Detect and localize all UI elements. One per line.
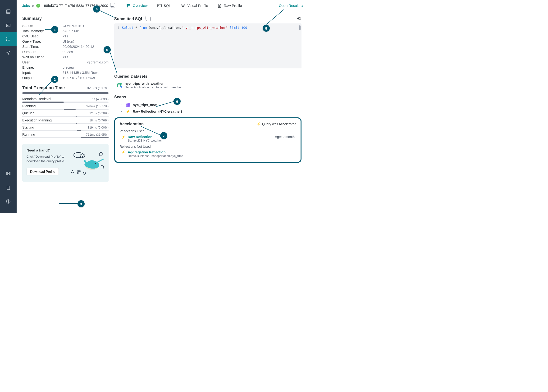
summary-key: Engine: [22,66,63,69]
svg-point-46 [95,163,96,164]
acceleration-badge: ⚡ Query was Accelerated [257,122,296,126]
left-sidebar [0,0,17,213]
exec-phase: Running761ms (31.95%) [22,133,108,138]
sql-editor[interactable]: 1Select * from Demo.Application."nyc_tri… [114,23,302,68]
bolt-icon: ⚡ [121,135,125,139]
list-icon [127,4,131,8]
reflection-age: Age: 2 months [275,135,296,139]
phase-label: Running [22,133,35,136]
apps-icon [6,172,11,176]
reflection-used-item[interactable]: ⚡ Raw Reflection SampleDB.NYC-weather Ag… [121,135,296,142]
svg-point-13 [7,52,9,54]
summary-value: COMPLETED [63,24,84,28]
tab-sql[interactable]: SQL [157,0,171,11]
exec-time-header: Total Execution Time 02.38s (100%) [22,85,108,91]
svg-rect-0 [6,10,10,14]
nav-jobs[interactable] [0,32,17,46]
exec-phase: Execution Planning18ms (0.76%) [22,118,108,124]
summary-key: Wait on Client: [22,55,63,59]
table-icon [125,102,130,107]
summary-key: Input: [22,71,63,75]
summary-value: 20/06/2024 14:20:12 [63,45,94,49]
phase-bar-segment [76,123,77,124]
nav-datasets[interactable] [0,5,17,18]
svg-rect-16 [10,172,10,173]
tab-overview[interactable]: Overview [127,0,148,11]
reflection-notused-item[interactable]: ⚡ Aggregation Reflection Demo.Business.T… [121,150,296,158]
svg-point-28 [127,5,128,6]
sql-scrollbar[interactable] [299,25,301,30]
summary-row: Wait on Client:<1s [22,55,108,59]
breadcrumb-jobs-link[interactable]: Jobs [22,4,30,7]
summary-value: preview [63,66,74,69]
open-results-link[interactable]: Open Results » [279,4,303,7]
exec-phase: Starting119ms (5.00%) [22,126,108,131]
bolt-icon: ⚡ [257,122,261,126]
phase-bar-track [22,130,108,131]
terminal-icon [157,4,162,8]
callout-marker-2: 2 [51,76,58,83]
phase-label: Queued [22,111,35,115]
summary-row: Output:19.97 KB / 100 Rows [22,76,108,80]
summary-value: 573.27 MB [63,29,79,33]
scan-name: Raw Reflection (NYC-weather) [133,110,182,113]
reflections-used-label: Reflections Used [119,129,296,133]
phase-bar-segment [81,137,108,138]
svg-point-9 [7,40,7,41]
callout-marker-5: 5 [104,46,111,53]
svg-point-45 [99,154,101,156]
narwhal-illustration [70,147,106,175]
copy-sql-button[interactable] [146,17,151,21]
exec-time-total: 02.38s (100%) [87,86,108,90]
summary-row: Engine:preview [22,66,108,69]
callout-marker-1: 1 [51,26,58,33]
summary-key: Start Time: [22,45,63,49]
grid-icon [6,9,11,14]
summary-key: User: [22,60,63,64]
callout-marker-4: 4 [93,6,100,13]
svg-point-35 [181,4,182,5]
summary-row: Query Type:UI (run) [22,40,108,43]
bolt-outline-icon: ⚡ [121,150,125,154]
copy-job-id-button[interactable] [111,4,115,8]
nav-bottom-group [0,167,17,208]
summary-value: UI (run) [63,40,74,43]
phase-value: 1s (48.03%) [92,97,108,101]
summary-value: 19.97 KB / 100 Rows [63,76,95,80]
scan-item[interactable]: › ⚡ Raw Reflection (NYC-weather) [120,109,302,114]
svg-point-26 [8,202,8,203]
phase-bar-track [22,102,108,103]
scan-item[interactable]: › nyc_trips_new [120,102,302,107]
phase-value: 18ms (0.76%) [89,119,108,122]
left-column: Summary Status:COMPLETEDTotal Memory:573… [17,11,111,213]
header-bar: Jobs » ✓ 198bd373-7717-e7fd-583a-771762f… [17,0,307,11]
svg-point-42 [74,153,83,158]
tab-label: Visual Profile [187,4,208,7]
svg-point-29 [127,6,128,7]
nav-org[interactable] [0,181,17,195]
summary-value: @dremio.com [87,60,108,64]
theme-toggle-button[interactable] [297,16,302,21]
visual-profile-icon [180,4,186,8]
summary-title: Summary [22,16,108,21]
summary-key: Duration: [22,50,63,54]
exec-phase: Planning328ms (13.77%) [22,104,108,110]
nav-apps[interactable] [0,167,17,181]
summary-value: <1s [63,34,68,38]
dataset-item[interactable]: nyc_trips_with_weather Demo.Application.… [117,82,302,89]
phase-value: 761ms (31.95%) [86,133,108,136]
reflections-notused-label: Reflections Not Used [119,145,296,148]
callout-marker-3: 3 [78,200,85,207]
nav-settings[interactable] [0,46,17,60]
nav-help[interactable] [0,195,17,208]
tab-visual-profile[interactable]: Visual Profile [180,0,208,11]
nav-sql[interactable] [0,18,17,32]
tab-raw-profile[interactable]: Raw Profile [218,0,242,11]
download-profile-button[interactable]: Download Profile [27,168,59,175]
svg-rect-17 [6,174,7,175]
acceleration-header: Acceleration ⚡ Query was Accelerated [119,122,296,126]
summary-row: CPU Used:<1s [22,34,108,38]
svg-rect-33 [158,4,161,7]
expand-chevron-icon[interactable]: › [120,104,123,106]
expand-chevron-icon[interactable]: › [120,110,123,113]
